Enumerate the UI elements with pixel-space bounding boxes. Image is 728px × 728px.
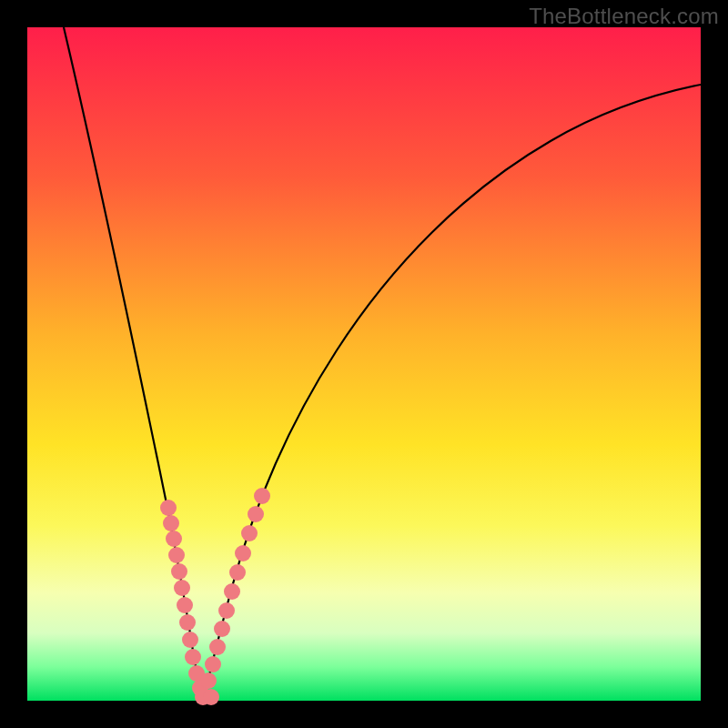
dot [168,547,185,563]
dot [163,515,179,531]
dot-cluster [160,488,270,705]
dot [205,656,221,672]
plot-area [27,27,701,701]
dot [166,531,182,547]
outer-frame: TheBottleneck.com [0,0,728,728]
watermark-text: TheBottleneck.com [529,4,719,29]
dot [182,632,198,648]
dot [171,563,187,580]
dot [254,488,270,504]
dot [177,597,193,613]
dot [200,672,217,689]
dot [248,506,264,522]
dot [209,639,226,655]
curve-layer [27,27,701,701]
dot [218,602,235,619]
dot [185,649,201,665]
dot [241,525,258,541]
curve-right [203,85,701,701]
dot [235,545,251,561]
dot [224,583,240,600]
dot [203,689,219,705]
dot [160,500,177,516]
dot [174,580,190,596]
dot [179,614,196,631]
dot [229,564,246,581]
dot [214,621,230,637]
